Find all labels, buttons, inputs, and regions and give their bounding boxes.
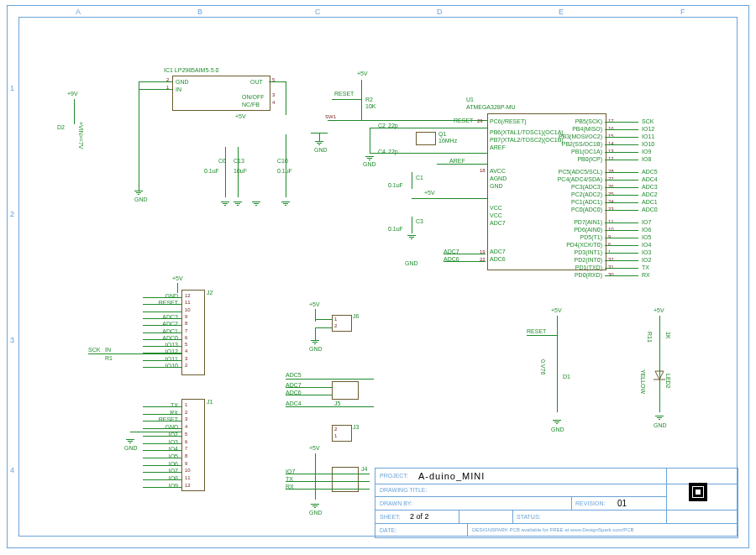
u1-pin: PD4(XCK/T0) xyxy=(566,242,602,248)
u1-net: IO12 xyxy=(642,126,654,132)
led-icon xyxy=(652,369,667,385)
u1-pin: ADC7 xyxy=(490,220,506,226)
reset-label: RESET xyxy=(527,328,546,334)
u1-pin: ADC7 xyxy=(490,249,506,254)
j5-pin: ADC5 xyxy=(286,372,302,378)
col-label: D xyxy=(437,8,443,16)
gnd-label: GND xyxy=(124,445,138,451)
c1-ref: C1 xyxy=(416,175,423,181)
pin-num: 2 xyxy=(185,363,187,368)
tb-date-label: DATE: xyxy=(380,527,396,533)
j5-pin: ADC4 xyxy=(286,401,302,406)
gnd-symbol xyxy=(252,202,260,202)
u1-pin: PB7(XTAL2/TOSC2)(OC1B) xyxy=(490,137,564,143)
wire xyxy=(605,144,638,145)
tb-project-label: PROJECT: xyxy=(380,473,408,479)
pin-num: 3 xyxy=(272,92,275,97)
gnd-label: GND xyxy=(309,510,323,516)
wire xyxy=(143,367,181,368)
gnd-symbol xyxy=(126,439,134,440)
rail-5v: +5V xyxy=(309,301,320,307)
u1-net: ADC0 xyxy=(642,207,658,212)
u1-pin: PB5(SCK) xyxy=(575,118,602,124)
tb-rev-label: REVISION: xyxy=(575,500,605,506)
u1-pin: PC3(ADC3) xyxy=(571,184,602,190)
gnd-label: GND xyxy=(309,346,323,352)
u1-pin: PC0(ADC0) xyxy=(571,207,602,212)
u1-net: IO5 xyxy=(642,234,651,240)
pin-num: 10 xyxy=(185,468,191,473)
wire xyxy=(143,428,181,429)
wire xyxy=(605,195,638,196)
svg-marker-0 xyxy=(655,371,664,380)
wire xyxy=(286,387,332,388)
u1-net: SCK xyxy=(642,118,654,124)
wire xyxy=(143,443,181,444)
wire xyxy=(286,489,370,490)
pin-num: 22 xyxy=(480,257,486,262)
designspark-logo-icon xyxy=(689,483,707,501)
wire xyxy=(605,137,638,138)
c10-ref: C10 xyxy=(277,158,288,164)
rail-5v: +5V xyxy=(172,275,183,281)
u1-pin: PD5(T1) xyxy=(580,234,602,240)
row-label: 3 xyxy=(10,336,14,344)
rail-5v: +5V xyxy=(309,445,320,451)
tb-line xyxy=(467,523,468,537)
gnd-symbol xyxy=(311,504,319,505)
wire xyxy=(315,319,332,320)
d1-val: 0.V76 xyxy=(540,359,546,374)
net-sck: SCK xyxy=(88,347,100,353)
q1-ref: Q1 xyxy=(438,131,446,137)
wire xyxy=(605,187,638,188)
wire xyxy=(143,304,181,305)
pin-num: 31 xyxy=(608,264,614,270)
wire xyxy=(605,268,638,269)
pin-num: 10 xyxy=(185,307,191,312)
j3-ref: J3 xyxy=(353,424,359,430)
wire xyxy=(605,172,638,173)
tb-drawnby-label: DRAWN BY: xyxy=(380,500,412,506)
wire xyxy=(286,474,370,474)
wire xyxy=(130,432,181,432)
pin-num: 6 xyxy=(608,242,611,247)
pin-num: 23 xyxy=(608,207,614,212)
wire xyxy=(225,147,226,197)
pin-num: 16 xyxy=(608,126,614,131)
col-label: F xyxy=(680,8,685,16)
wire xyxy=(139,81,139,191)
tb-line xyxy=(375,510,737,510)
pin-num: 27 xyxy=(608,176,614,181)
col-label: B xyxy=(197,8,202,16)
pin-num: 8 xyxy=(185,321,187,326)
gnd-symbol xyxy=(315,141,323,142)
gnd-symbol xyxy=(234,202,242,202)
wire xyxy=(143,479,181,480)
wire xyxy=(143,318,181,319)
reg-pin: OUT xyxy=(250,79,263,85)
u1-net: IO3 xyxy=(642,249,651,255)
wire xyxy=(332,99,361,100)
wire xyxy=(143,325,181,326)
pin-num: 10 xyxy=(608,227,614,232)
tb-sheet-label: SHEET: xyxy=(380,514,401,520)
u1-pin: PD2(INT0) xyxy=(575,257,602,263)
j6-ref: J6 xyxy=(353,313,359,319)
c13-ref: C13 xyxy=(234,158,244,164)
wire xyxy=(412,217,412,233)
wire xyxy=(286,406,374,407)
col-label: A xyxy=(76,8,81,16)
u1-ref: U1 xyxy=(466,97,474,102)
pin-num: 17 xyxy=(608,118,614,123)
u1-pin: PB1(OC1A) xyxy=(571,149,602,154)
wire xyxy=(412,172,412,189)
pin-num: 6 xyxy=(185,335,187,340)
u1-net: IO9 xyxy=(642,149,651,154)
pin-num: 1 xyxy=(185,402,187,407)
pin-num: 5 xyxy=(185,432,187,437)
u1-net: IO10 xyxy=(642,141,654,147)
tb-sheet: 2 of 2 xyxy=(410,512,429,521)
gnd-symbol xyxy=(311,340,319,341)
tb-line xyxy=(375,523,737,524)
wire xyxy=(143,346,181,347)
